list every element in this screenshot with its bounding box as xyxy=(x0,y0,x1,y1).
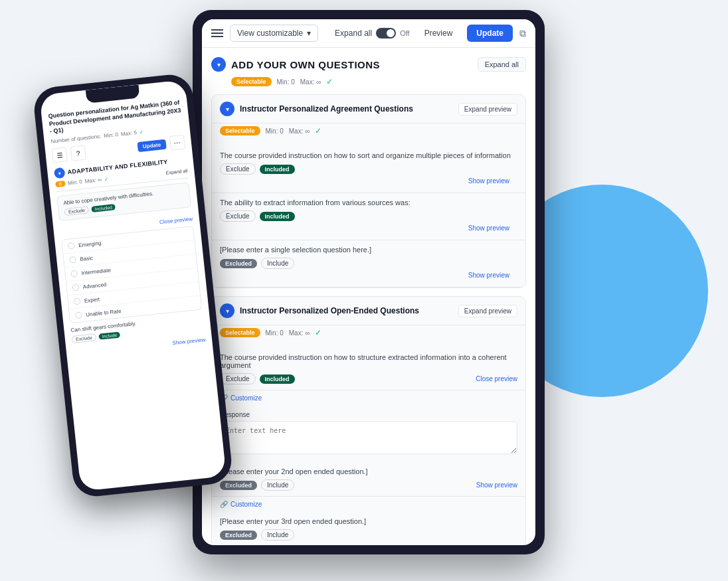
min-badge: Min: 0 xyxy=(277,78,295,86)
link-icon-2: 🔗 xyxy=(220,501,228,508)
expand-all-label: Expand all xyxy=(335,29,372,38)
selectable-badge: Selectable xyxy=(231,77,272,86)
expand-all-toggle: Expand all Off xyxy=(335,28,410,39)
agreement-question-1: The course provided instruction on how t… xyxy=(212,146,525,193)
open-ended-chevron[interactable]: ▾ xyxy=(220,303,234,318)
section-chevron[interactable]: ▾ xyxy=(211,57,226,72)
open-ended-selectable-badge: Selectable xyxy=(220,328,260,337)
phone-close-preview[interactable]: Close preview xyxy=(159,216,193,225)
agreement-badges: Selectable Min: 0 Max: ∞ ✓ xyxy=(212,124,525,138)
phone-option-emerging-label: Emerging xyxy=(78,240,102,248)
phone-adapt-badge: B xyxy=(55,181,66,187)
preview-button[interactable]: Preview xyxy=(416,25,461,41)
agreement-section-title: Instructor Personalized Agreement Questi… xyxy=(240,104,413,114)
agreement-q2-exclude-btn[interactable]: Exclude xyxy=(220,210,256,222)
max-badge: Max: ∞ xyxy=(300,78,321,86)
agreement-q3-text: [Please enter a single selection questio… xyxy=(220,246,517,254)
open-ended-header: ▾ Instructor Personalized Open-Ended Que… xyxy=(212,297,525,325)
phone-option-unable-label: Unable to Rate xyxy=(86,308,122,318)
instructor-agreement-header: ▾ Instructor Personalized Agreement Ques… xyxy=(212,95,525,124)
update-button[interactable]: Update xyxy=(467,25,513,42)
tablet-content: ▾ ADD YOUR OWN QUESTIONS Expand all Sele… xyxy=(202,48,535,545)
response-section: Response xyxy=(212,406,525,462)
phone-device: Question personalization for Ag Matkin (… xyxy=(53,80,213,491)
phone-adapt-min: Min: 0 xyxy=(68,179,83,186)
agreement-max: Max: ∞ xyxy=(289,127,310,135)
open-ended-check: ✓ xyxy=(315,328,321,337)
phone-included-badge: Included xyxy=(91,204,116,212)
customize-label: Customize xyxy=(230,394,262,402)
open-ended-expand-btn[interactable]: Expand preview xyxy=(458,305,517,317)
agreement-q3-show-preview[interactable]: Show preview xyxy=(220,269,517,282)
agreement-q1-show-preview[interactable]: Show preview xyxy=(220,175,517,187)
open-ended-q2-excluded-badge: Excluded xyxy=(220,481,257,490)
phone-radio-emerging[interactable] xyxy=(68,242,75,250)
open-ended-q1: The course provided instruction on how t… xyxy=(212,348,525,390)
phone-question-icon[interactable]: ? xyxy=(70,145,86,161)
phone-radio-unable[interactable] xyxy=(75,311,82,319)
copy-icon[interactable]: ⧉ xyxy=(519,28,526,39)
phone-radio-advanced[interactable] xyxy=(72,284,79,291)
agreement-q1-exclude-btn[interactable]: Exclude xyxy=(220,163,256,175)
open-ended-q2-include-btn[interactable]: Include xyxy=(261,479,294,491)
open-ended-q1-close-preview[interactable]: Close preview xyxy=(476,375,517,382)
agreement-q2-controls: Exclude Included xyxy=(220,210,517,222)
open-ended-q3: [Please enter your 3rd open ended questi… xyxy=(212,512,525,545)
agreement-chevron[interactable]: ▾ xyxy=(220,102,234,116)
phone-radio-expert[interactable] xyxy=(74,297,81,305)
expand-all-button[interactable]: Expand all xyxy=(478,57,526,72)
phone-radio-intermediate[interactable] xyxy=(70,270,78,278)
agreement-q1-controls: Exclude Included xyxy=(220,163,517,175)
open-ended-q1-exclude-btn[interactable]: Exclude xyxy=(220,373,256,384)
main-section-title: ADD YOUR OWN QUESTIONS xyxy=(231,59,380,70)
open-ended-q2-show-preview[interactable]: Show preview xyxy=(476,481,517,489)
open-ended-q3-controls: Excluded Include xyxy=(220,529,517,540)
instructor-agreement-section: ▾ Instructor Personalized Agreement Ques… xyxy=(211,94,526,288)
agreement-check: ✓ xyxy=(315,126,321,135)
phone-expand-btn[interactable]: Expand all xyxy=(165,169,187,175)
open-ended-q3-excluded-badge: Excluded xyxy=(220,531,257,540)
open-ended-q3-text: [Please enter your 3rd open ended questi… xyxy=(220,517,517,525)
open-ended-q3-include-btn[interactable]: Include xyxy=(261,529,294,540)
open-ended-q1-included-badge: Included xyxy=(260,374,295,384)
phone-radio-basic[interactable] xyxy=(69,256,76,264)
main-section-badges: Selectable Min: 0 Max: ∞ ✓ xyxy=(211,77,526,86)
open-ended-q2-customize[interactable]: 🔗 Customize xyxy=(212,497,525,512)
phone-shift-exclude-btn[interactable]: Exclude xyxy=(71,333,96,343)
phone-max-label: Max: 5 xyxy=(120,129,137,137)
agreement-q3-include-btn[interactable]: Include xyxy=(261,258,294,269)
phone-frame: Question personalization for Ag Matkin (… xyxy=(32,72,233,499)
phone-check-icon: ✓ xyxy=(139,129,144,135)
phone-more-icon[interactable]: ⋯ xyxy=(169,135,185,151)
phone-update-button[interactable]: Update xyxy=(137,139,166,151)
agreement-q1-included-badge: Included xyxy=(260,165,295,174)
response-input[interactable] xyxy=(220,421,517,454)
agreement-q3-controls: Excluded Include xyxy=(220,258,517,269)
open-ended-min: Min: 0 xyxy=(266,329,284,337)
main-section-header: ▾ ADD YOUR OWN QUESTIONS Expand all xyxy=(211,57,526,72)
phone-section-chevron[interactable]: ▾ xyxy=(54,167,66,179)
phone-exclude-btn[interactable]: Exclude xyxy=(64,206,89,216)
view-dropdown[interactable]: View customizable ▾ xyxy=(230,25,318,42)
open-ended-q1-text: The course provided instruction on how t… xyxy=(220,353,517,369)
open-ended-title: Instructor Personalized Open-Ended Quest… xyxy=(240,306,419,315)
phone-adapt-max: Max: ∞ xyxy=(84,177,102,185)
agreement-q2-text: The ability to extract information from … xyxy=(220,199,517,207)
open-ended-q2-text: [Please enter your 2nd open ended questi… xyxy=(220,467,517,475)
agreement-q2-show-preview[interactable]: Show preview xyxy=(220,222,517,234)
open-ended-q1-customize[interactable]: 🔗 Customize xyxy=(212,390,525,406)
agreement-expand-preview-btn[interactable]: Expand preview xyxy=(458,103,517,116)
phone-list-icon[interactable]: ☰ xyxy=(52,147,68,163)
tablet-frame: View customizable ▾ Expand all Off Previ… xyxy=(193,10,545,554)
toggle-switch[interactable] xyxy=(376,28,396,39)
phone-min-label: Min: 0 xyxy=(104,131,119,139)
phone-show-preview-link[interactable]: Show preview xyxy=(172,337,205,346)
agreement-min: Min: 0 xyxy=(266,127,284,135)
agreement-q3-excluded-badge: Excluded xyxy=(220,259,257,268)
hamburger-icon[interactable] xyxy=(211,29,223,37)
open-ended-q2-controls: Excluded Include xyxy=(220,479,294,491)
agreement-q1-text: The course provided instruction on how t… xyxy=(220,151,517,159)
phone-option-intermediate-label: Intermediate xyxy=(81,267,111,276)
customize-label-2: Customize xyxy=(230,501,262,508)
tablet-topbar: View customizable ▾ Expand all Off Previ… xyxy=(202,19,535,48)
